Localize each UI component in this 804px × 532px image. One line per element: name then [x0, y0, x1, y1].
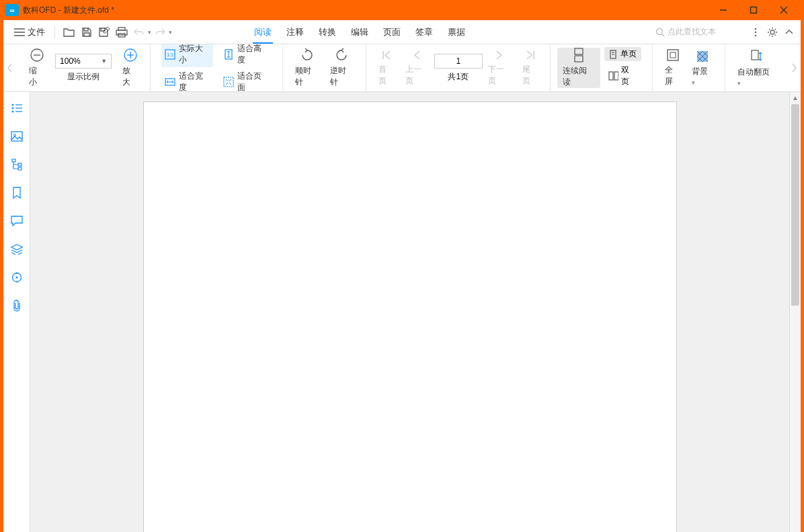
- page-total-label: 共1页: [448, 71, 469, 83]
- gear-icon[interactable]: [767, 27, 778, 38]
- document-canvas[interactable]: [30, 92, 789, 532]
- svg-rect-29: [575, 56, 583, 62]
- redo-button[interactable]: [151, 24, 169, 41]
- chevron-down-icon: ▾: [737, 80, 741, 87]
- tab-edit[interactable]: 编辑: [350, 21, 370, 44]
- fit-width-button[interactable]: 适合宽度: [161, 69, 213, 92]
- svg-rect-47: [12, 159, 15, 162]
- hamburger-icon: [14, 28, 25, 37]
- undo-button[interactable]: [130, 24, 148, 41]
- separator: [54, 26, 55, 38]
- scroll-thumb[interactable]: [791, 104, 799, 306]
- tree-icon: [11, 159, 22, 171]
- fullscreen-icon: [666, 48, 680, 62]
- first-page-button[interactable]: 首页: [373, 48, 399, 88]
- actual-size-icon: 1:1: [164, 48, 176, 60]
- sidebar-layers-button[interactable]: [9, 241, 25, 257]
- sidebar-thumbnails-button[interactable]: [9, 128, 25, 144]
- svg-rect-1: [750, 7, 756, 13]
- app-logo-icon: ∞: [5, 4, 19, 16]
- collapse-ribbon-icon[interactable]: [785, 29, 794, 36]
- maximize-button[interactable]: [738, 0, 768, 20]
- chevron-down-icon: ▼: [101, 58, 107, 64]
- continuous-page-icon: [571, 48, 586, 62]
- svg-text:1:1: 1:1: [167, 52, 173, 57]
- bookmark-icon: [12, 187, 22, 199]
- first-page-icon: [379, 49, 394, 61]
- chevron-down-icon: ▾: [692, 79, 695, 86]
- main-area: ▲ ▼: [3, 92, 801, 532]
- tab-convert[interactable]: 转换: [317, 21, 337, 44]
- fit-height-button[interactable]: 适合高度: [220, 44, 272, 67]
- layers-icon: [11, 244, 23, 255]
- scroll-up-arrow[interactable]: ▲: [790, 92, 801, 103]
- rotate-ccw-button[interactable]: 逆时针: [325, 48, 359, 88]
- tab-read[interactable]: 阅读: [253, 21, 273, 44]
- ribbon-scroll-left[interactable]: [3, 44, 17, 91]
- svg-rect-28: [575, 48, 583, 54]
- sidebar-bookmark-button[interactable]: [9, 185, 25, 201]
- page-number-input[interactable]: [434, 54, 483, 69]
- close-button[interactable]: [768, 0, 799, 20]
- svg-point-10: [657, 28, 663, 34]
- redo-dropdown[interactable]: ▾: [169, 29, 172, 36]
- ribbon-scroll-right[interactable]: [787, 44, 801, 91]
- print-button[interactable]: [113, 24, 130, 41]
- svg-point-46: [13, 134, 15, 136]
- sidebar-semantic-button[interactable]: [9, 157, 25, 173]
- tab-invoice[interactable]: 票据: [446, 21, 467, 44]
- minimize-button[interactable]: [708, 0, 738, 20]
- svg-line-11: [662, 34, 665, 36]
- background-button[interactable]: 背景 ▾: [686, 48, 719, 88]
- svg-rect-35: [668, 50, 678, 60]
- file-menu-button[interactable]: 文件: [10, 24, 49, 41]
- auto-flip-button[interactable]: 自动翻页 ▾: [732, 48, 780, 88]
- svg-point-51: [15, 277, 17, 279]
- chevron-right-icon: [492, 49, 507, 61]
- open-button[interactable]: [61, 24, 78, 41]
- svg-rect-49: [18, 167, 22, 170]
- zoom-select[interactable]: 100%▼: [55, 54, 112, 69]
- save-button[interactable]: [78, 24, 95, 41]
- document-page: [143, 101, 677, 532]
- rotate-cw-icon: [300, 48, 315, 62]
- tab-annotate[interactable]: 注释: [285, 21, 305, 44]
- fit-actual-button[interactable]: 1:1实际大小: [161, 44, 213, 67]
- double-page-button[interactable]: 双页: [604, 63, 641, 89]
- zoom-in-button[interactable]: 放大: [117, 48, 143, 88]
- background-icon: [695, 50, 710, 63]
- outline-icon: [11, 103, 23, 114]
- svg-rect-45: [11, 132, 22, 141]
- tab-page[interactable]: 页面: [382, 21, 402, 44]
- prev-page-button[interactable]: 上一页: [400, 48, 434, 88]
- sidebar-comment-button[interactable]: [9, 213, 25, 229]
- plus-circle-icon: [123, 48, 138, 62]
- save-as-button[interactable]: [95, 24, 113, 41]
- paperclip-icon: [11, 300, 22, 312]
- svg-point-12: [755, 28, 757, 30]
- auto-flip-icon: [749, 49, 764, 64]
- more-icon[interactable]: [751, 27, 760, 38]
- sidebar-outline-button[interactable]: [9, 100, 25, 116]
- rotate-cw-button[interactable]: 顺时针: [290, 48, 324, 88]
- continuous-read-button[interactable]: 连续阅读: [557, 48, 600, 88]
- search-box[interactable]: 点此查找文本: [655, 26, 743, 38]
- sidebar-resources-button[interactable]: [9, 269, 25, 285]
- single-page-button[interactable]: 单页: [604, 47, 641, 61]
- zoom-out-button[interactable]: 缩小: [24, 48, 50, 88]
- next-page-button[interactable]: 下一页: [483, 48, 517, 88]
- fullscreen-button[interactable]: 全屏: [659, 48, 686, 88]
- sidebar-attachment-button[interactable]: [9, 298, 25, 314]
- chevron-left-icon: [409, 49, 424, 61]
- vertical-scrollbar[interactable]: ▲ ▼: [789, 92, 801, 532]
- svg-rect-48: [18, 163, 22, 166]
- last-page-button[interactable]: 尾页: [517, 48, 543, 88]
- main-tabs: 阅读 注释 转换 编辑 页面 签章 票据: [253, 21, 467, 44]
- fit-page-button[interactable]: 适合页面: [220, 69, 272, 92]
- print-icon: [116, 27, 128, 38]
- undo-icon: [134, 28, 145, 37]
- svg-point-15: [770, 30, 774, 34]
- svg-point-14: [755, 34, 757, 36]
- redo-icon: [155, 28, 165, 37]
- tab-sign[interactable]: 签章: [414, 21, 434, 44]
